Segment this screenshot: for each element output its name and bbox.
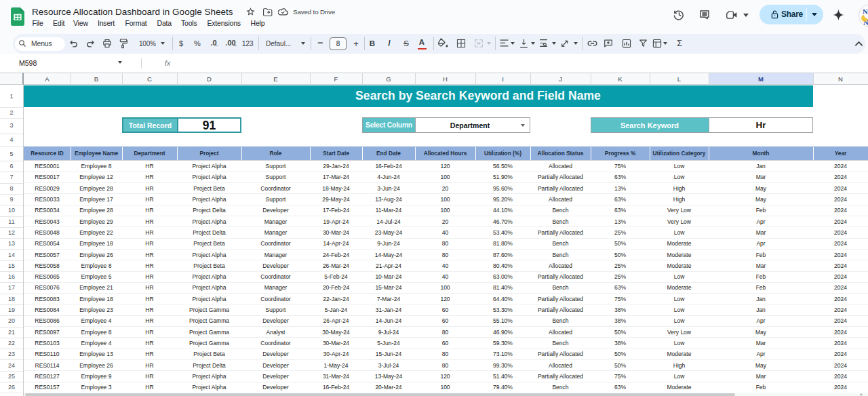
svg-text:N: N bbox=[863, 7, 868, 16]
